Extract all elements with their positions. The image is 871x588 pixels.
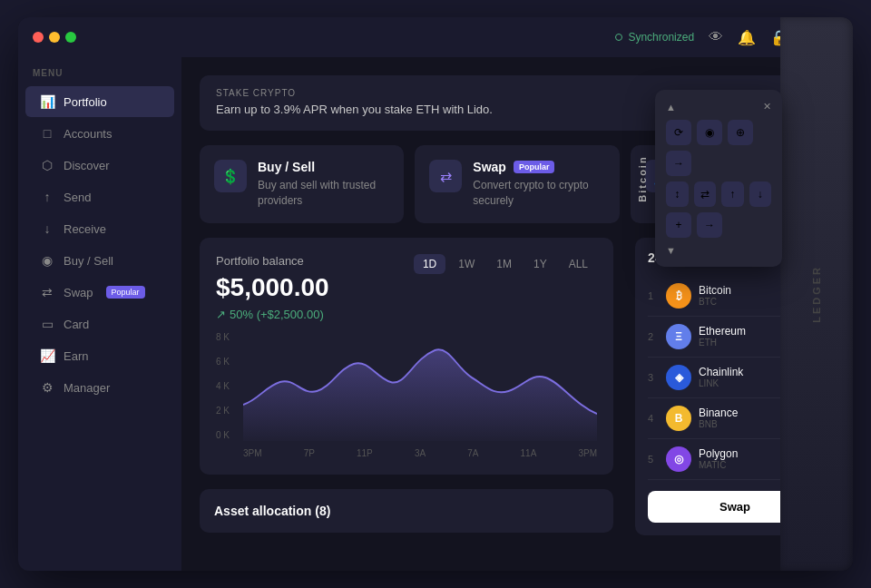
popular-badge: Popular xyxy=(106,286,145,299)
portfolio-header: Portfolio balance $5,000.00 ↗ 50% (+$2,5… xyxy=(216,254,597,321)
sidebar-item-discover[interactable]: ⬡ Discover xyxy=(25,150,174,181)
swap-card-title: Swap Popular xyxy=(473,160,604,174)
ledger-label: LEDGER xyxy=(811,265,822,323)
modal-icon-7[interactable]: ↑ xyxy=(721,181,744,207)
sidebar-item-accounts[interactable]: □ Accounts xyxy=(25,118,174,149)
sidebar-item-card[interactable]: ▭ Card xyxy=(25,309,174,339)
sidebar-item-buy-sell[interactable]: ◉ Buy / Sell xyxy=(25,245,174,276)
modal-icon-10[interactable]: → xyxy=(697,212,722,238)
modal-nav-down[interactable]: ▼ xyxy=(666,245,676,256)
eye-icon[interactable]: 👁 xyxy=(709,29,723,45)
sidebar-label-manager: Manager xyxy=(64,381,110,395)
eth-name: Ethereum xyxy=(699,325,780,338)
matic-rank: 5 xyxy=(648,454,659,465)
buy-sell-card-title: Buy / Sell xyxy=(258,160,389,174)
link-name: Chainlink xyxy=(699,366,780,378)
earn-icon: 📈 xyxy=(40,348,54,363)
sidebar-label-earn: Earn xyxy=(64,349,88,363)
portfolio-change: ↗ 50% (+$2,500.00) xyxy=(216,308,329,321)
sidebar-item-manager[interactable]: ⚙ Manager xyxy=(25,372,174,403)
modal-icon-4[interactable]: → xyxy=(666,151,691,176)
modal-icon-8[interactable]: ↓ xyxy=(749,181,772,207)
modal-close[interactable]: ✕ xyxy=(763,101,771,113)
matic-name: Polygon xyxy=(699,447,783,460)
time-filters: 1D 1W 1M 1Y ALL xyxy=(414,254,597,274)
sidebar-label-swap: Swap xyxy=(64,286,93,299)
bitcoin-modal: ▲ ✕ ⟳ ◉ ⊕ → ↕ ⇄ ↑ ↓ + → ▼ Bitcoi xyxy=(655,90,782,267)
sidebar-item-portfolio[interactable]: 📊 Portfolio xyxy=(25,86,174,117)
minimize-button[interactable] xyxy=(49,32,60,43)
modal-icon-5[interactable]: ↕ xyxy=(666,181,689,207)
swap-icon: ⇄ xyxy=(40,285,54,299)
modal-nav-up[interactable]: ▲ xyxy=(666,102,676,113)
time-filter-all[interactable]: ALL xyxy=(560,254,597,274)
sidebar-label-card: Card xyxy=(64,318,89,331)
sidebar-label-accounts: Accounts xyxy=(64,127,112,141)
discover-icon: ⬡ xyxy=(40,158,54,172)
sidebar-item-send[interactable]: ↑ Send xyxy=(25,181,174,212)
maximize-button[interactable] xyxy=(65,32,76,43)
asset-title: Asset allocation (8) xyxy=(214,504,599,518)
portfolio-card: Portfolio balance $5,000.00 ↗ 50% (+$2,5… xyxy=(200,238,613,475)
eth-ticker: ETH xyxy=(699,338,780,348)
sync-icon xyxy=(615,34,622,41)
sidebar-item-earn[interactable]: 📈 Earn xyxy=(25,340,174,371)
sidebar-label-send: Send xyxy=(64,191,91,204)
sidebar: MENU 📊 Portfolio □ Accounts ⬡ Discover ↑… xyxy=(18,57,181,571)
action-card-swap[interactable]: ⇄ Swap Popular Convert crypto to crypto … xyxy=(415,145,619,223)
receive-icon: ↓ xyxy=(40,221,54,236)
chart-y-labels: 8 K 6 K 4 K 2 K 0 K xyxy=(216,332,230,440)
card-icon: ▭ xyxy=(40,317,54,331)
time-filter-1y[interactable]: 1Y xyxy=(524,254,556,274)
time-filter-1m[interactable]: 1M xyxy=(487,254,521,274)
buy-sell-icon: ◉ xyxy=(40,253,54,268)
bnb-rank: 4 xyxy=(648,413,659,424)
modal-icon-1[interactable]: ⟳ xyxy=(666,120,691,145)
link-rank: 3 xyxy=(648,372,659,383)
portfolio-title: Portfolio balance xyxy=(216,254,329,268)
send-icon: ↑ xyxy=(40,190,54,204)
time-filter-1d[interactable]: 1D xyxy=(414,254,445,274)
modal-icon-6[interactable]: ⇄ xyxy=(694,181,717,207)
modal-icon-3[interactable]: ⊕ xyxy=(728,120,753,145)
asset-allocation: Asset allocation (8) xyxy=(200,489,613,533)
matic-icon: ◎ xyxy=(666,446,691,472)
sync-status: Synchronized xyxy=(615,31,694,44)
btc-ticker: BTC xyxy=(699,297,777,307)
chart-svg-area xyxy=(243,332,597,445)
change-value: 50% (+$2,500.00) xyxy=(230,308,324,321)
bnb-icon: B xyxy=(666,406,691,431)
sidebar-item-receive[interactable]: ↓ Receive xyxy=(25,213,174,244)
bell-icon[interactable]: 🔔 xyxy=(738,29,756,46)
title-bar: Synchronized 👁 🔔 🔒 ⚙ ? xyxy=(18,17,853,57)
btc-rank: 1 xyxy=(648,290,659,301)
bnb-name: Binance xyxy=(699,407,780,419)
swap-popular-tag: Popular xyxy=(514,161,555,173)
portfolio-icon: 📊 xyxy=(40,94,54,109)
sidebar-label-portfolio: Portfolio xyxy=(64,95,107,109)
sidebar-label-discover: Discover xyxy=(64,159,110,172)
sidebar-item-swap[interactable]: ⇄ Swap Popular xyxy=(25,277,174,308)
swap-card-icon: ⇄ xyxy=(429,160,462,192)
buy-sell-card-desc: Buy and sell with trusted providers xyxy=(258,178,389,209)
portfolio-section: Portfolio balance $5,000.00 ↗ 50% (+$2,5… xyxy=(200,238,613,535)
link-icon: ◈ xyxy=(666,365,691,390)
swap-card-desc: Convert crypto to crypto securely xyxy=(473,178,604,209)
action-card-buy-sell[interactable]: 💲 Buy / Sell Buy and sell with trusted p… xyxy=(200,145,404,223)
chart-x-labels: 3PM 7P 11P 3A 7A 11A 3PM xyxy=(243,448,597,458)
close-button[interactable] xyxy=(33,32,44,43)
portfolio-chart: 8 K 6 K 4 K 2 K 0 K xyxy=(216,332,597,458)
portfolio-balance: $5,000.00 xyxy=(216,273,329,302)
modal-icon-2[interactable]: ◉ xyxy=(697,120,722,145)
bnb-ticker: BNB xyxy=(699,419,780,429)
btc-icon: ₿ xyxy=(666,283,691,309)
accounts-icon: □ xyxy=(40,126,54,141)
btc-name: Bitcoin xyxy=(699,284,777,297)
change-arrow: ↗ xyxy=(216,308,226,321)
matic-ticker: MATIC xyxy=(699,460,783,470)
content-row: Portfolio balance $5,000.00 ↗ 50% (+$2,5… xyxy=(200,238,835,535)
modal-icon-9[interactable]: + xyxy=(666,212,691,238)
eth-rank: 2 xyxy=(648,331,659,342)
time-filter-1w[interactable]: 1W xyxy=(449,254,484,274)
link-ticker: LINK xyxy=(699,378,780,388)
